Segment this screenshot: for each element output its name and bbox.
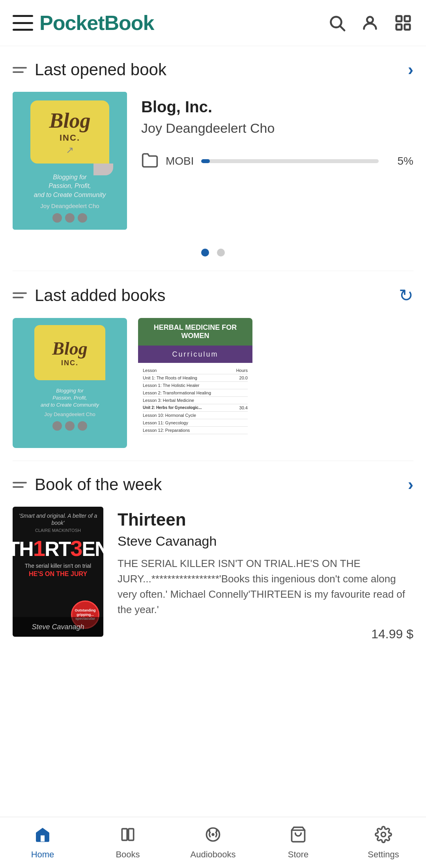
menu-icon[interactable] [13,15,33,31]
botw-cover-author: Steve Cavanagh [13,617,103,637]
nav-books-label: Books [116,849,140,860]
progress-bar [201,159,379,163]
svg-rect-5 [396,24,402,30]
bottom-nav: Home Books Audiobooks [0,817,426,868]
nav-settings[interactable]: Settings [341,817,426,868]
store-icon [290,826,307,847]
blog-cover-subtitle: Blogging forPassion, Profit,and to Creat… [34,173,106,199]
last-opened-card[interactable]: Blog INC. ↗ Blogging forPassion, Profit,… [0,87,426,242]
last-added-title: Last added books [35,286,399,305]
herbal-row-2: Lesson 1: The Holistic Healer [143,382,248,389]
botw-more-button[interactable]: › [408,475,413,494]
nav-audiobooks[interactable]: Audiobooks [170,817,256,868]
herbal-row-3: Lesson 2: Transformational Healing [143,389,248,397]
progress-bar-fill [201,159,210,163]
herbal-purple-text: Curriculum [172,350,218,359]
blog-title-text: Blog [49,108,90,133]
book-title: Blog, Inc. [141,98,413,116]
botw-jury-line: HE'S ON THE JURY [29,571,87,578]
nav-store[interactable]: Store [256,817,341,868]
botw-card[interactable]: 'Smart and original. A belter of a book'… [0,502,426,654]
progress-percent: 5% [386,155,413,167]
audiobooks-icon [204,826,222,847]
svg-rect-3 [396,16,402,21]
herbal-row-5: Unit 2: Herbs for Gynecologic... 30.4 [143,404,248,412]
botw-quote-author: CLAIRE MACKINTOSH [35,528,81,533]
blog-social-icons [52,213,87,223]
nav-home[interactable]: Home [0,817,85,868]
added-book-herbal[interactable]: HERBAL MEDICINE FOR WOMEN Curriculum Les… [138,318,252,448]
botw-info: Thirteen Steve Cavanagh THE SERIAL KILLE… [118,507,413,641]
herbal-top-text: HERBAL MEDICINE FOR WOMEN [144,323,247,340]
last-added-section: Last added books ↻ Blog INC. Blogging fo… [0,271,426,461]
last-opened-more-button[interactable]: › [408,60,413,79]
chevron-right-icon-2: › [408,475,413,494]
svg-rect-4 [405,16,410,21]
book-of-week-section: Book of the week › 'Smart and original. … [0,461,426,654]
herbal-row-7: Lesson 11: Gynecology [143,419,248,427]
botw-title: Book of the week [35,475,408,494]
book-author: Joy Deangdeelert Cho [141,121,413,136]
blog-social-sm [52,421,87,431]
herbal-row-6: Lesson 10: Hormonal Cycle [143,412,248,419]
book-cover-blog-inc: Blog INC. ↗ Blogging forPassion, Profit,… [13,92,127,230]
nav-settings-label: Settings [368,849,399,860]
last-opened-header: Last opened book › [0,46,426,87]
botw-price: 14.99 $ [118,627,413,641]
svg-rect-7 [41,835,45,842]
botw-subtitle: The serial killer isn't on trial [25,563,91,569]
settings-icon [375,826,392,847]
section-lines-icon [13,67,27,73]
dot-2[interactable] [217,249,225,256]
account-icon[interactable] [360,13,380,33]
book-info: Blog, Inc. Joy Deangdeelert Cho MOBI 5% [141,92,413,171]
carousel-dots [0,242,426,271]
blog-subtitle-sm: Blogging forPassion, Profit,and to Creat… [37,387,103,409]
book-format: MOBI [166,155,194,167]
botw-display-title: TH1RT3EN [13,537,103,559]
svg-line-1 [340,26,345,31]
herbal-row-4: Lesson 3: Herbal Medicine [143,397,248,404]
last-added-grid: Blog INC. Blogging forPassion, Profit,an… [0,313,426,461]
herbal-top-bar: HERBAL MEDICINE FOR WOMEN [138,318,252,346]
svg-rect-6 [405,24,410,30]
blog-speech-bubble: Blog INC. ↗ [30,100,109,164]
blog-cover-sm: Blog INC. Blogging forPassion, Profit,an… [13,318,127,448]
svg-rect-9 [129,829,134,840]
nav-store-label: Store [288,849,309,860]
grid-icon[interactable] [393,13,413,33]
herbal-cover: HERBAL MEDICINE FOR WOMEN Curriculum Les… [138,318,252,448]
herbal-row-8: Lesson 12: Preparations [143,427,248,434]
svg-point-15 [381,832,386,836]
app-logo: PocketBook [39,11,327,35]
herbal-row-1: Unit 1: The Roots of Healing 20.0 [143,374,248,382]
botw-book-author: Steve Cavanagh [118,533,413,549]
blog-bubble-sm: Blog INC. [34,325,105,380]
botw-quote: 'Smart and original. A belter of a book' [18,512,98,526]
bottom-spacer [0,654,426,709]
dot-1[interactable] [201,249,209,256]
blog-author-sm: Joy Deangdeelert Cho [44,411,95,417]
books-icon [119,826,136,847]
chevron-right-icon: › [408,60,413,79]
last-added-header: Last added books ↻ [0,271,426,313]
app-header: PocketBook [0,0,426,46]
blog-cover-author: Joy Deangdeelert Cho [40,203,99,209]
svg-rect-8 [122,829,127,840]
section-lines-icon-2 [13,292,27,298]
herbal-purple-bar: Curriculum [138,346,252,363]
section-lines-icon-3 [13,482,27,488]
refresh-button[interactable]: ↻ [399,285,413,305]
home-icon [34,826,51,847]
folder-icon [141,152,159,171]
added-book-blog-inc[interactable]: Blog INC. Blogging forPassion, Profit,an… [13,318,127,448]
nav-books[interactable]: Books [85,817,170,868]
blog-inc-text: INC. [60,133,80,143]
botw-description: THE SERIAL KILLER ISN'T ON TRIAL.HE'S ON… [118,556,413,617]
search-icon[interactable] [327,13,347,33]
botw-author-cover-text: Steve Cavanagh [32,623,84,631]
nav-home-label: Home [31,849,54,860]
svg-point-11 [212,834,214,835]
header-icons [327,13,413,33]
blog-inc-sm: INC. [61,359,78,367]
